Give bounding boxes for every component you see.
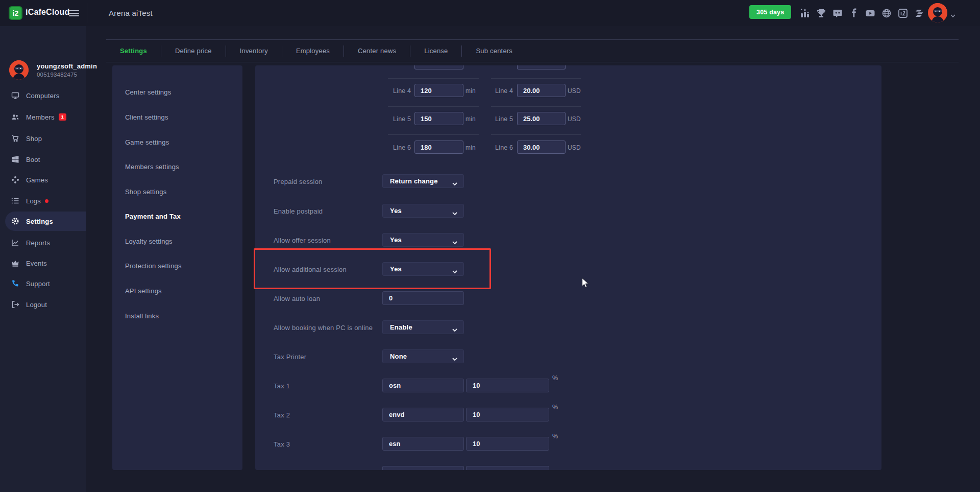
line6-usd-input[interactable] [517, 140, 566, 154]
form-row-tax-printer: Tax Printer None [255, 349, 881, 364]
chevron-down-icon [452, 355, 457, 359]
allow-additional-session-select[interactable]: Yes [382, 262, 464, 276]
sidebar-item-settings[interactable]: Settings [5, 212, 86, 231]
logout-icon [11, 300, 19, 309]
icafemenu-icon[interactable] [913, 7, 925, 19]
discord-icon[interactable] [831, 7, 843, 19]
sidebar-item-reports[interactable]: Reports [0, 233, 86, 252]
sidebar-item-games[interactable]: Games [0, 170, 86, 190]
form-row-tax2: Tax 2 % [255, 408, 881, 422]
line4-usd-unit: USD [568, 87, 581, 95]
chevron-down-icon [452, 209, 457, 213]
youtube-icon[interactable] [864, 7, 876, 19]
chevron-down-icon [452, 268, 457, 271]
chevron-down-icon [452, 239, 457, 242]
scrolled-input-sliver [382, 466, 464, 470]
line5-min-unit: min [465, 115, 476, 123]
cart-icon [11, 134, 19, 143]
tax-printer-select[interactable]: None [382, 349, 464, 363]
sidebar-item-logs[interactable]: Logs [0, 191, 86, 210]
user-avatar[interactable] [928, 3, 947, 22]
monitor-icon [11, 91, 19, 100]
hamburger-menu-icon[interactable] [69, 9, 79, 17]
nav-loyalty-settings[interactable]: Loyalty settings [125, 236, 173, 246]
prepaid-session-select[interactable]: Return change [382, 174, 464, 188]
icafecloud-icon[interactable] [897, 7, 909, 19]
gamepad-icon [11, 176, 19, 184]
globe-icon[interactable] [880, 7, 892, 19]
tab-license[interactable]: License [410, 47, 461, 55]
line5-min-input[interactable] [414, 112, 463, 125]
form-row-allow-additional-session: Allow additional session Yes [255, 262, 881, 276]
nav-shop-settings[interactable]: Shop settings [125, 186, 166, 197]
settings-nav-panel: Center settings Client settings Game set… [112, 65, 242, 470]
line6-min-unit: min [465, 144, 476, 151]
line5-usd-input[interactable] [517, 112, 566, 125]
form-row-allow-booking: Allow booking when PC is online Enable [255, 320, 881, 335]
line4-min-unit: min [465, 87, 476, 95]
tab-center-news[interactable]: Center news [344, 47, 410, 55]
sidebar-item-boot[interactable]: Boot [0, 150, 86, 169]
form-row-allow-offer-session: Allow offer session Yes [255, 233, 881, 247]
license-days-badge[interactable]: 305 days [749, 5, 791, 19]
sidebar-user-avatar[interactable] [9, 60, 29, 80]
nav-members-settings[interactable]: Members settings [125, 161, 179, 172]
tab-inventory[interactable]: Inventory [226, 47, 282, 55]
allow-auto-loan-input[interactable] [382, 291, 464, 305]
top-header: i2 iCafeCloud Arena aiTest 305 days [0, 0, 980, 26]
user-id: 005193482475 [37, 72, 77, 78]
tax2-name-input[interactable] [382, 408, 464, 421]
members-count-badge: 1 [59, 113, 66, 121]
sidebar-item-logout[interactable]: Logout [0, 295, 86, 314]
phone-icon [11, 279, 19, 288]
line4-usd-input[interactable] [517, 84, 566, 97]
nav-api-settings[interactable]: API settings [125, 286, 162, 296]
tax2-percent-unit: % [552, 404, 558, 411]
nav-payment-and-tax[interactable]: Payment and Tax [125, 211, 181, 221]
crown-icon [11, 259, 19, 268]
nav-protection-settings[interactable]: Protection settings [125, 261, 182, 271]
brand-logo-icon[interactable]: i2 [9, 6, 22, 20]
nav-install-links[interactable]: Install links [125, 311, 159, 321]
line6-min-input[interactable] [414, 140, 463, 154]
account-caret-icon[interactable] [950, 11, 955, 16]
line5-usd-unit: USD [568, 115, 581, 123]
allow-booking-select[interactable]: Enable [382, 320, 464, 334]
line5-min-label: Line 5 [393, 115, 411, 123]
tab-settings[interactable]: Settings [106, 47, 161, 55]
chevron-down-icon [452, 326, 457, 330]
allow-offer-session-select[interactable]: Yes [382, 233, 464, 247]
tab-sub-centers[interactable]: Sub centers [462, 47, 526, 55]
form-row-prepaid-session: Prepaid session Return change [255, 174, 881, 189]
ranking-icon[interactable] [799, 7, 811, 19]
line5-usd-label: Line 5 [495, 115, 513, 123]
facebook-icon[interactable] [848, 7, 860, 19]
nav-game-settings[interactable]: Game settings [125, 137, 169, 147]
scrolled-input-sliver [466, 466, 549, 470]
payment-tax-form-panel: Line 4 min Line 5 min Line 6 min Line 4 … [255, 65, 881, 470]
tax2-rate-input[interactable] [466, 408, 549, 421]
line4-min-label: Line 4 [393, 87, 411, 95]
tab-define-price[interactable]: Define price [161, 47, 226, 55]
tax1-rate-input[interactable] [466, 379, 549, 392]
line4-usd-label: Line 4 [495, 87, 513, 95]
nav-center-settings[interactable]: Center settings [125, 87, 171, 97]
sidebar-item-computers[interactable]: Computers [0, 86, 86, 105]
enable-postpaid-select[interactable]: Yes [382, 204, 464, 218]
logs-alert-dot [45, 199, 48, 203]
sidebar-item-shop[interactable]: Shop [0, 129, 86, 148]
nav-client-settings[interactable]: Client settings [125, 112, 168, 122]
sidebar: youngzsoft_admin 005193482475 Computers … [0, 26, 86, 492]
center-title: Arena aiTest [109, 9, 153, 17]
trophy-icon[interactable] [815, 7, 827, 19]
form-row-enable-postpaid: Enable postpaid Yes [255, 204, 881, 218]
tax3-name-input[interactable] [382, 437, 464, 451]
sidebar-item-support[interactable]: Support [0, 274, 86, 293]
line4-min-input[interactable] [414, 84, 463, 97]
tax3-percent-unit: % [552, 433, 558, 440]
tax3-rate-input[interactable] [466, 437, 549, 451]
sidebar-item-members[interactable]: Members 1 [0, 107, 86, 127]
sidebar-item-events[interactable]: Events [0, 253, 86, 273]
tax1-name-input[interactable] [382, 379, 464, 392]
tab-employees[interactable]: Employees [282, 47, 344, 55]
